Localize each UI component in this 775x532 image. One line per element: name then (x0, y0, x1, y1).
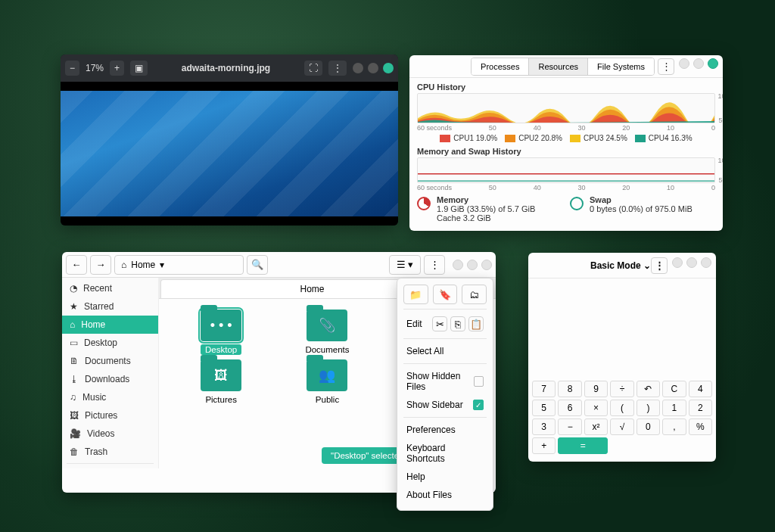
calc-key-C[interactable]: C (662, 381, 686, 397)
close-button[interactable] (383, 63, 394, 73)
minimize-button[interactable] (353, 63, 363, 73)
calc-key-([interactable]: ( (610, 400, 633, 416)
calc-key-−[interactable]: − (558, 418, 581, 435)
select-all-item[interactable]: Select All (403, 342, 487, 360)
calc-key-÷[interactable]: ÷ (610, 381, 633, 397)
sidebar-item-recent[interactable]: ◔Recent (62, 279, 158, 297)
sidebar-item-videos[interactable]: 🎥Videos (62, 425, 158, 443)
monitor-body: CPU History 100 % 50 % 60 seconds5040302… (409, 78, 723, 227)
desktop-icon: ▭ (70, 338, 78, 348)
sidebar-item-home[interactable]: ⌂Home (62, 316, 158, 334)
image-viewer-window: − 17% + ▣ adwaita-morning.jpg ⛶ ⋮ (61, 54, 398, 226)
calc-key-%[interactable]: % (689, 418, 712, 435)
files-menu-button[interactable]: ⋮ (424, 255, 445, 275)
calc-key-x²[interactable]: x² (584, 418, 608, 435)
minimize-button[interactable] (672, 257, 683, 268)
tab-filesystems[interactable]: File Systems (588, 58, 654, 75)
videos-icon: 🎥 (70, 428, 81, 439)
zoom-in-button[interactable]: + (110, 61, 124, 76)
paste-button[interactable]: 📋 (468, 316, 484, 331)
about-item[interactable]: About Files (403, 486, 487, 504)
minimize-button[interactable] (453, 260, 463, 270)
new-tab-button[interactable]: 🗂 (462, 285, 487, 304)
calc-key-,[interactable]: , (662, 418, 686, 435)
files-toolbar: ← → ⌂ Home ▾ 🔍 ☰ ▾ ⋮ (62, 252, 496, 278)
sidebar-item-pictures[interactable]: 🖼Pictures (62, 406, 158, 425)
calc-toolbar: Basic Mode ⌄ ⋮ (528, 253, 716, 278)
mem-graph: 100 % 50 % (417, 157, 715, 183)
zoom-level: 17% (86, 63, 104, 73)
calc-key-1[interactable]: 1 (662, 400, 686, 416)
calc-key-8[interactable]: 8 (558, 381, 581, 397)
back-button[interactable]: ← (66, 255, 87, 275)
shortcuts-item[interactable]: Keyboard Shortcuts (403, 439, 487, 468)
folder-pictures[interactable]: 🖼Pictures (171, 359, 271, 405)
sidebar-item-music[interactable]: ♫Music (62, 388, 158, 406)
calc-menu-button[interactable]: ⋮ (651, 257, 668, 274)
calc-key-)[interactable]: ) (636, 400, 660, 416)
music-icon: ♫ (70, 392, 76, 403)
cpu-graph: 100 % 50 % (417, 93, 715, 123)
monitor-menu-button[interactable]: ⋮ (658, 58, 674, 75)
maximize-button[interactable] (686, 257, 697, 268)
starred-icon: ★ (70, 301, 78, 312)
tab-resources[interactable]: Resources (529, 58, 588, 75)
calc-key-5[interactable]: 5 (532, 400, 556, 416)
minimize-button[interactable] (679, 58, 689, 69)
help-item[interactable]: Help (403, 468, 487, 486)
checkbox-icon[interactable] (474, 376, 484, 387)
sidebar-item-desktop[interactable]: ▭Desktop (62, 334, 158, 352)
checkbox-checked-icon[interactable]: ✓ (473, 400, 484, 410)
bookmark-button[interactable]: 🔖 (433, 285, 458, 304)
calc-key-√[interactable]: √ (610, 418, 633, 435)
calc-key-6[interactable]: 6 (558, 400, 581, 416)
maximize-button[interactable] (693, 58, 704, 69)
calc-key-×[interactable]: × (584, 400, 608, 416)
close-button[interactable] (708, 58, 718, 69)
zoom-out-button[interactable]: − (65, 61, 79, 76)
zoom-fit-button[interactable]: ▣ (130, 61, 148, 76)
files-sidebar: ◔Recent★Starred⌂Home▭Desktop🗎Documents⭳D… (62, 278, 159, 468)
calc-key-3[interactable]: 3 (532, 418, 556, 435)
close-button[interactable] (701, 257, 711, 268)
calc-key-2[interactable]: 2 (689, 400, 712, 416)
sidebar-item-downloads[interactable]: ⭳Downloads (62, 370, 158, 388)
show-sidebar-item[interactable]: Show Sidebar✓ (403, 396, 487, 414)
close-button[interactable] (481, 260, 492, 270)
calc-key-7[interactable]: 7 (532, 381, 556, 397)
folder-public[interactable]: 👥Public (277, 359, 377, 405)
view-switcher-button[interactable]: ☰ ▾ (389, 255, 421, 275)
calc-key-=[interactable]: = (558, 437, 608, 454)
new-folder-button[interactable]: 📁 (403, 285, 428, 304)
folder-desktop[interactable]: • • •Desktop (171, 310, 271, 355)
cut-button[interactable]: ✂ (432, 316, 447, 331)
search-button[interactable]: 🔍 (247, 255, 268, 275)
forward-button[interactable]: → (90, 255, 111, 275)
sidebar-item-trash[interactable]: 🗑Trash (62, 443, 158, 461)
calc-key-0[interactable]: 0 (636, 418, 660, 435)
viewer-menu-button[interactable]: ⋮ (328, 61, 347, 76)
calc-key-9[interactable]: 9 (584, 381, 608, 397)
calc-key-↶[interactable]: ↶ (636, 381, 660, 397)
monitor-tab-switcher: Processes Resources File Systems (471, 58, 655, 76)
sidebar-item-other-locations[interactable]: ＋Other Locations (62, 466, 158, 468)
mem-x-axis: 60 seconds50403020100 (417, 183, 715, 192)
show-hidden-item[interactable]: Show Hidden Files (403, 367, 487, 396)
memory-pie-icon (417, 197, 431, 210)
fullscreen-button[interactable]: ⛶ (304, 61, 322, 76)
path-bar[interactable]: ⌂ Home ▾ (114, 255, 244, 275)
calc-key-+[interactable]: + (532, 437, 556, 454)
recent-icon: ◔ (70, 283, 77, 294)
calc-key-4[interactable]: 4 (689, 381, 712, 397)
sidebar-item-documents[interactable]: 🗎Documents (62, 352, 158, 370)
downloads-icon: ⭳ (70, 374, 79, 384)
maximize-button[interactable] (368, 63, 378, 73)
preferences-item[interactable]: Preferences (403, 421, 487, 439)
folder-documents[interactable]: 📎Documents (277, 310, 377, 355)
sidebar-item-starred[interactable]: ★Starred (62, 297, 158, 316)
maximize-button[interactable] (467, 260, 478, 270)
tab-processes[interactable]: Processes (472, 58, 529, 75)
copy-button[interactable]: ⎘ (450, 316, 465, 331)
folder-icon: • • • (201, 310, 241, 341)
calc-mode-button[interactable]: Basic Mode ⌄ (590, 260, 651, 271)
